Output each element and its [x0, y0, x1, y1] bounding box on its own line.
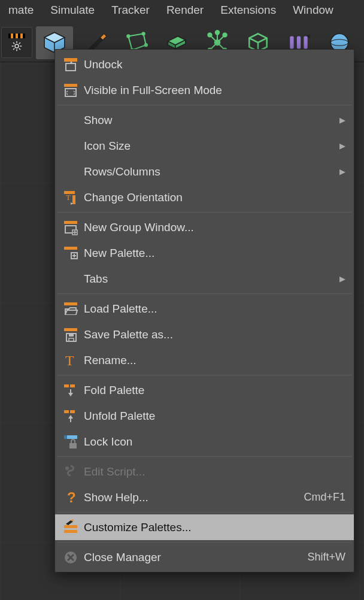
menu-item-label: Rename...	[81, 354, 345, 367]
rename-icon: T	[62, 352, 79, 369]
menu-render[interactable]: Render	[158, 1, 212, 19]
menu-fullscreen-visible[interactable]: Visible in Full-Screen Mode	[55, 77, 354, 103]
menu-save-palette[interactable]: Save Palette as...	[55, 322, 354, 347]
menu-separator	[57, 212, 351, 213]
menu-customize-palettes[interactable]: Customize Palettes...	[55, 514, 354, 540]
menu-tracker[interactable]: Tracker	[103, 1, 158, 19]
svg-line-6	[19, 49, 20, 50]
svg-text:T: T	[65, 353, 74, 368]
svg-line-7	[13, 49, 14, 50]
menu-shortcut: Shift+W	[307, 551, 345, 563]
save-palette-icon	[62, 326, 79, 343]
menu-item-label: Fold Palette	[81, 384, 345, 397]
menu-item-label: Load Palette...	[81, 302, 345, 316]
gear-icon	[11, 41, 22, 51]
svg-marker-70	[68, 415, 73, 419]
svg-point-13	[126, 34, 130, 38]
svg-rect-64	[70, 384, 75, 387]
lock-icon	[62, 434, 79, 450]
menu-item-label: Undock	[81, 58, 345, 71]
customize-icon	[62, 519, 79, 536]
menu-icon-size[interactable]: Icon Size ▶	[55, 133, 354, 159]
svg-point-0	[15, 44, 19, 48]
menu-item-label: New Palette...	[81, 247, 345, 260]
menu-item-label: Edit Script...	[81, 465, 345, 478]
menu-new-palette[interactable]: New Palette...	[55, 240, 354, 266]
orientation-icon: T	[62, 189, 79, 206]
svg-rect-68	[70, 410, 75, 413]
help-icon: ?	[62, 489, 79, 506]
menu-rename[interactable]: T Rename...	[55, 347, 354, 373]
context-menu: Undock Visible in Full-Screen Mode Show …	[54, 49, 354, 572]
menu-window[interactable]: Window	[284, 1, 342, 19]
fullscreen-icon	[62, 82, 79, 99]
menu-item-label: Rows/Columns	[81, 165, 337, 178]
menu-separator	[57, 105, 351, 105]
svg-text:T: T	[66, 193, 71, 202]
menu-fold-palette[interactable]: Fold Palette	[55, 377, 354, 403]
svg-marker-66	[68, 393, 73, 396]
submenu-arrow-icon: ▶	[337, 116, 345, 125]
svg-rect-35	[304, 37, 307, 49]
svg-rect-34	[297, 37, 301, 49]
svg-point-14	[141, 32, 145, 35]
menu-extensions[interactable]: Extensions	[212, 1, 284, 19]
menu-load-palette[interactable]: Load Palette...	[55, 296, 354, 322]
menu-close-manager[interactable]: Close Manager Shift+W	[55, 544, 354, 570]
menu-item-label: Show Help...	[81, 491, 304, 504]
menu-separator	[57, 375, 351, 375]
svg-rect-46	[72, 195, 75, 204]
menu-unfold-palette[interactable]: Unfold Palette	[55, 403, 354, 429]
svg-rect-77	[64, 530, 77, 533]
close-icon	[62, 549, 79, 566]
submenu-arrow-icon: ▶	[337, 141, 345, 150]
svg-rect-53	[64, 247, 77, 250]
menu-change-orientation[interactable]: T Change Orientation	[55, 184, 354, 210]
menu-item-label: Visible in Full-Screen Mode	[81, 84, 345, 97]
submenu-arrow-icon: ▶	[337, 167, 345, 176]
menu-edit-script: Edit Script...	[55, 459, 354, 484]
menu-separator	[57, 542, 351, 543]
film-strip-icon	[8, 34, 25, 38]
menu-item-label: Unfold Palette	[81, 410, 345, 423]
menu-undock[interactable]: Undock	[55, 51, 354, 77]
menu-item-label: Icon Size	[81, 140, 337, 153]
svg-rect-67	[64, 410, 69, 413]
menu-tabs[interactable]: Tabs ▶	[55, 266, 354, 292]
svg-text:?: ?	[67, 489, 76, 505]
svg-point-27	[222, 32, 227, 37]
svg-rect-40	[66, 63, 75, 71]
svg-rect-61	[69, 338, 74, 341]
menu-new-group-window[interactable]: New Group Window...	[55, 214, 354, 240]
svg-rect-42	[64, 84, 77, 87]
menu-show-help[interactable]: ? Show Help... Cmd+F1	[55, 484, 354, 510]
menu-separator	[57, 512, 351, 513]
svg-point-15	[144, 43, 148, 47]
menu-show[interactable]: Show ▶	[55, 107, 354, 133]
new-palette-icon	[62, 245, 79, 262]
menu-rows-columns[interactable]: Rows/Columns ▶	[55, 159, 354, 184]
menu-item-label: Show	[81, 114, 337, 127]
svg-rect-76	[64, 525, 77, 528]
menu-item-label: Lock Icon	[81, 435, 345, 449]
svg-line-5	[13, 43, 14, 44]
svg-rect-72	[64, 435, 67, 439]
menu-lock-icon[interactable]: Lock Icon	[55, 429, 354, 454]
svg-point-25	[214, 40, 221, 46]
menu-item-label: Customize Palettes...	[81, 521, 345, 534]
menu-simulate[interactable]: Simulate	[42, 1, 103, 19]
menu-item-label: Close Manager	[81, 551, 307, 564]
svg-point-74	[65, 466, 69, 470]
menu-item-label: Tabs	[81, 272, 337, 286]
svg-rect-63	[64, 384, 69, 387]
svg-rect-39	[64, 58, 77, 62]
group-window-icon	[62, 219, 79, 236]
menu-animate[interactable]: mate	[0, 1, 42, 19]
svg-line-8	[19, 43, 20, 44]
menubar: mate Simulate Tracker Render Extensions …	[0, 0, 364, 20]
record-settings-button[interactable]	[1, 27, 32, 58]
svg-rect-33	[290, 37, 293, 49]
menu-item-label: Change Orientation	[81, 191, 345, 204]
svg-rect-57	[64, 302, 77, 305]
svg-rect-73	[69, 443, 77, 449]
